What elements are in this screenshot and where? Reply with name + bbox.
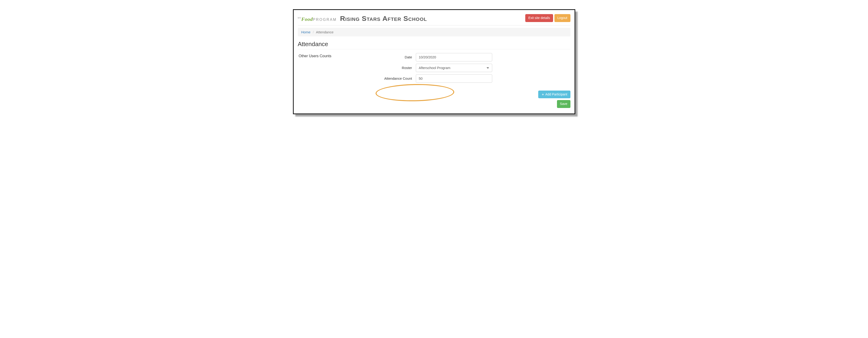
breadcrumb-current: Attendance [316,30,334,34]
date-label: Date [374,55,416,59]
roster-row: Roster Afterschool Program [374,64,570,72]
breadcrumb-home-link[interactable]: Home [301,30,311,34]
section-label: Other Users Counts [298,53,367,58]
actions-area: ＋ Add Participant Save [298,91,570,108]
breadcrumb-divider: / [311,30,315,34]
attendance-count-input[interactable] [416,74,492,83]
roster-select[interactable]: Afterschool Program [416,64,492,72]
logout-button[interactable]: Logout [554,14,570,22]
attendance-count-row: Attendance Count [374,74,570,83]
attendance-count-label: Attendance Count [374,77,416,80]
breadcrumb: Home / Attendance [298,28,570,36]
page-title: Attendance [298,40,570,48]
form-area: Other Users Counts Date Roster Afterscho… [298,53,570,85]
header: MYFoodPROGRAM Rising Stars After School … [298,14,570,25]
app-frame: MYFoodPROGRAM Rising Stars After School … [293,9,575,114]
site-title: Rising Stars After School [340,15,427,23]
add-participant-label: Add Participant [546,92,567,97]
add-participant-button[interactable]: ＋ Add Participant [538,91,570,98]
brand-area: MYFoodPROGRAM Rising Stars After School [298,15,427,23]
header-actions: Exit site details Logout [525,14,570,22]
header-divider [298,25,570,26]
exit-site-details-button[interactable]: Exit site details [525,14,553,22]
form-fields: Date Roster Afterschool Program Attendan… [374,53,570,85]
logo: MYFoodPROGRAM [298,16,337,22]
date-row: Date [374,53,570,61]
roster-label: Roster [374,66,416,70]
save-button[interactable]: Save [557,100,570,108]
plus-icon: ＋ [541,92,545,97]
date-input[interactable] [416,53,492,61]
